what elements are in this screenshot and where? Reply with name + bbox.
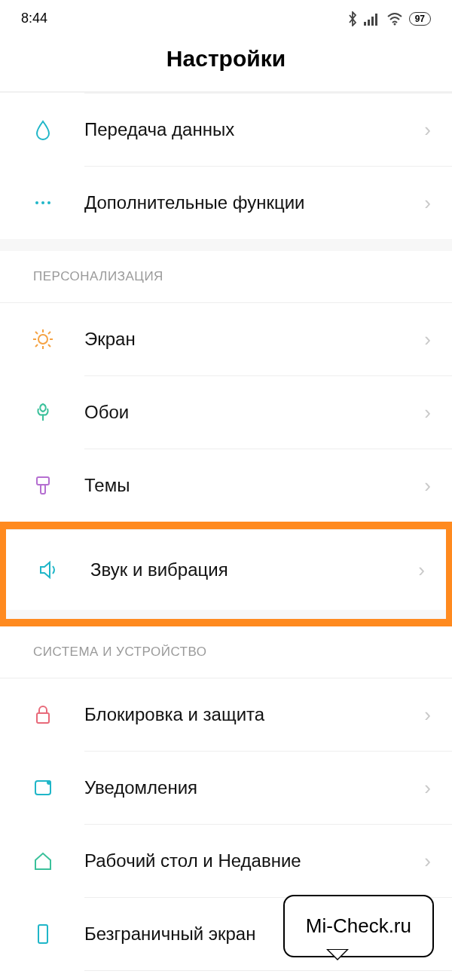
- svg-point-7: [47, 201, 50, 204]
- brush-icon: [21, 474, 84, 497]
- row-notifications[interactable]: Уведомления ›: [0, 752, 452, 824]
- svg-rect-19: [37, 713, 49, 723]
- row-screen[interactable]: Экран ›: [0, 303, 452, 375]
- chevron-right-icon: ›: [424, 474, 431, 498]
- row-label: Звук и вибрация: [90, 559, 418, 580]
- row-label: Дополнительные функции: [84, 192, 424, 213]
- status-icons: 97: [347, 11, 431, 26]
- svg-rect-3: [375, 14, 377, 26]
- svg-rect-2: [371, 17, 374, 26]
- row-data-transfer[interactable]: Передача данных ›: [0, 93, 452, 166]
- signal-icon: [364, 12, 380, 26]
- water-drop-icon: [21, 118, 84, 141]
- svg-rect-1: [368, 20, 370, 26]
- section-header-personalization: ПЕРСОНАЛИЗАЦИЯ: [0, 251, 452, 303]
- section-gap: [0, 239, 452, 251]
- wifi-icon: [386, 12, 403, 26]
- status-bar: 8:44 97: [0, 0, 452, 32]
- svg-line-16: [35, 345, 38, 347]
- row-label: Уведомления: [84, 777, 424, 798]
- sun-icon: [21, 328, 84, 351]
- svg-point-5: [35, 201, 38, 204]
- svg-point-4: [393, 23, 396, 25]
- chevron-right-icon: ›: [424, 118, 431, 142]
- row-label: Обои: [84, 402, 424, 423]
- row-label: Экран: [84, 329, 424, 350]
- highlight-sound-vibration: Звук и вибрация ›: [0, 522, 452, 626]
- row-second-space[interactable]: Второе пространство ›: [0, 971, 452, 980]
- row-label: Темы: [84, 475, 424, 496]
- svg-line-14: [48, 345, 50, 347]
- svg-point-21: [47, 780, 51, 785]
- row-sound-vibration[interactable]: Звук и вибрация ›: [6, 530, 446, 610]
- status-time: 8:44: [21, 11, 47, 26]
- chevron-right-icon: ›: [424, 776, 431, 800]
- row-label: Блокировка и защита: [84, 704, 424, 725]
- phone-icon: [21, 923, 84, 945]
- home-icon: [21, 850, 84, 872]
- chevron-right-icon: ›: [424, 850, 431, 873]
- row-themes[interactable]: Темы ›: [0, 449, 452, 522]
- svg-line-15: [48, 332, 50, 334]
- svg-point-8: [38, 335, 47, 344]
- svg-line-13: [35, 332, 38, 334]
- bluetooth-icon: [347, 11, 358, 26]
- chevron-right-icon: ›: [424, 191, 431, 215]
- chevron-right-icon: ›: [424, 328, 431, 351]
- watermark-bubble: Mi-Check.ru: [283, 895, 434, 957]
- chevron-right-icon: ›: [418, 559, 425, 582]
- svg-rect-18: [41, 485, 45, 494]
- dots-icon: [21, 191, 84, 214]
- battery-indicator: 97: [409, 12, 431, 26]
- row-label: Передача данных: [84, 119, 424, 140]
- svg-point-6: [41, 201, 44, 204]
- row-wallpaper[interactable]: Обои ›: [0, 376, 452, 449]
- chevron-right-icon: ›: [424, 401, 431, 424]
- svg-rect-0: [364, 22, 366, 26]
- watermark-text: Mi-Check.ru: [306, 914, 411, 937]
- page-title: Настройки: [0, 32, 452, 91]
- chevron-right-icon: ›: [424, 703, 431, 727]
- row-more-features[interactable]: Дополнительные функции ›: [0, 167, 452, 239]
- svg-rect-17: [37, 477, 49, 485]
- row-home-recents[interactable]: Рабочий стол и Недавние ›: [0, 825, 452, 897]
- speaker-icon: [27, 558, 90, 582]
- row-lock-security[interactable]: Блокировка и защита ›: [0, 678, 452, 751]
- flower-icon: [21, 401, 84, 424]
- section-header-system: СИСТЕМА И УСТРОЙСТВО: [0, 626, 452, 678]
- notification-icon: [21, 776, 84, 799]
- lock-icon: [21, 703, 84, 726]
- svg-rect-22: [38, 925, 47, 943]
- row-label: Рабочий стол и Недавние: [84, 850, 424, 871]
